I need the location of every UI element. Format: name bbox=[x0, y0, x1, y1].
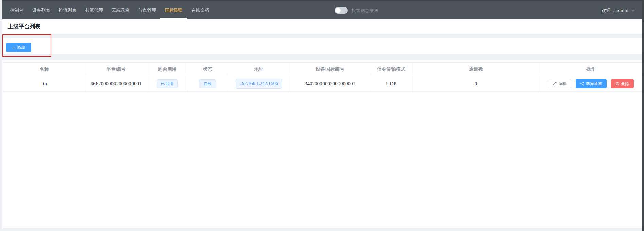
cell-address: 192.168.1.242:1506 bbox=[228, 76, 290, 92]
cell-status: 在线 bbox=[187, 76, 228, 92]
edit-button-label: 编辑 bbox=[559, 81, 567, 87]
nav-item-console[interactable]: 控制台 bbox=[6, 1, 28, 19]
top-navbar: 控制台 设备列表 推流列表 拉流代理 云端录像 节点管理 国标级联 在线文档 报… bbox=[2, 0, 642, 19]
page-title: 上级平台列表 bbox=[8, 23, 40, 30]
status-badge: 在线 bbox=[199, 79, 216, 88]
col-header-channel-count: 通道数 bbox=[412, 63, 540, 76]
channel-count: 0 bbox=[475, 81, 477, 86]
row-actions: 编辑 选择通道 bbox=[540, 79, 642, 88]
col-header-address: 地址 bbox=[228, 63, 290, 76]
col-header-name: 名称 bbox=[3, 63, 85, 76]
gb-device-id: 34020000002000000001 bbox=[304, 81, 355, 86]
platform-table: 名称 平台编号 是否启用 状态 地址 设备国标编号 信令传输模式 通道数 操作 … bbox=[3, 62, 642, 92]
username: admin bbox=[616, 7, 629, 13]
pencil-icon bbox=[553, 82, 557, 86]
add-button[interactable]: + 添加 bbox=[6, 43, 31, 52]
address-tag: 192.168.1.242:1506 bbox=[236, 79, 282, 88]
cell-operations: 编辑 选择通道 bbox=[540, 76, 642, 92]
delete-button[interactable]: 删除 bbox=[611, 79, 634, 88]
main-nav: 控制台 设备列表 推流列表 拉流代理 云端录像 节点管理 国标级联 在线文档 bbox=[2, 1, 213, 19]
table-row: lin 66620000002000000001 已启用 在线 192.168.… bbox=[3, 76, 642, 92]
alarm-push-label: 报警信息推送 bbox=[352, 7, 378, 14]
chevron-down-icon bbox=[631, 9, 635, 13]
col-header-platform-id: 平台编号 bbox=[85, 63, 147, 76]
toolbar: + 添加 bbox=[2, 38, 642, 54]
nav-item-cloud-recording[interactable]: 云端录像 bbox=[107, 1, 134, 19]
table-header-row: 名称 平台编号 是否启用 状态 地址 设备国标编号 信令传输模式 通道数 操作 bbox=[3, 63, 642, 76]
platform-id: 66620000002000000001 bbox=[91, 81, 142, 86]
cell-name: lin bbox=[3, 76, 85, 92]
col-header-operations: 操作 bbox=[540, 63, 642, 76]
user-menu[interactable]: 欢迎， admin bbox=[602, 1, 636, 20]
nav-item-device-list[interactable]: 设备列表 bbox=[28, 1, 54, 19]
cell-transport-mode: UDP bbox=[370, 76, 412, 92]
add-button-label: 添加 bbox=[17, 45, 25, 50]
plus-icon: + bbox=[12, 45, 15, 50]
welcome-label: 欢迎， bbox=[602, 7, 616, 14]
platform-table-panel: 名称 平台编号 是否启用 状态 地址 设备国标编号 信令传输模式 通道数 操作 … bbox=[2, 60, 642, 228]
col-header-enabled: 是否启用 bbox=[147, 63, 187, 76]
col-header-gb-device-id: 设备国标编号 bbox=[290, 63, 370, 76]
cell-platform-id: 66620000002000000001 bbox=[85, 76, 147, 92]
window-right-edge bbox=[642, 0, 644, 231]
nav-item-pull-stream-proxy[interactable]: 拉流代理 bbox=[81, 1, 107, 19]
nav-item-online-docs[interactable]: 在线文档 bbox=[187, 1, 213, 19]
nav-item-node-management[interactable]: 节点管理 bbox=[134, 1, 160, 19]
alarm-push-toggle[interactable] bbox=[335, 7, 348, 14]
cell-enabled: 已启用 bbox=[147, 76, 187, 92]
share-icon bbox=[580, 82, 584, 86]
title-bar: 上级平台列表 bbox=[2, 19, 642, 34]
col-header-status: 状态 bbox=[187, 63, 228, 76]
cell-channel-count: 0 bbox=[412, 76, 540, 92]
select-channel-label: 选择通道 bbox=[586, 81, 602, 87]
transport-mode: UDP bbox=[386, 81, 396, 86]
gb28181-admin-page: 控制台 设备列表 推流列表 拉流代理 云端录像 节点管理 国标级联 在线文档 报… bbox=[0, 0, 644, 231]
enabled-badge: 已启用 bbox=[157, 79, 178, 88]
trash-icon bbox=[615, 82, 620, 86]
toggle-knob bbox=[335, 8, 341, 13]
col-header-transport-mode: 信令传输模式 bbox=[370, 63, 412, 76]
platform-name: lin bbox=[41, 81, 47, 86]
cell-gb-device-id: 34020000002000000001 bbox=[290, 76, 370, 92]
nav-item-push-stream-list[interactable]: 推流列表 bbox=[54, 1, 81, 19]
edit-button[interactable]: 编辑 bbox=[549, 79, 571, 88]
alarm-push-group: 报警信息推送 bbox=[335, 1, 378, 20]
nav-item-gb-cascade-active[interactable]: 国标级联 bbox=[160, 1, 187, 19]
select-channel-button[interactable]: 选择通道 bbox=[576, 79, 607, 88]
delete-button-label: 删除 bbox=[621, 81, 629, 87]
